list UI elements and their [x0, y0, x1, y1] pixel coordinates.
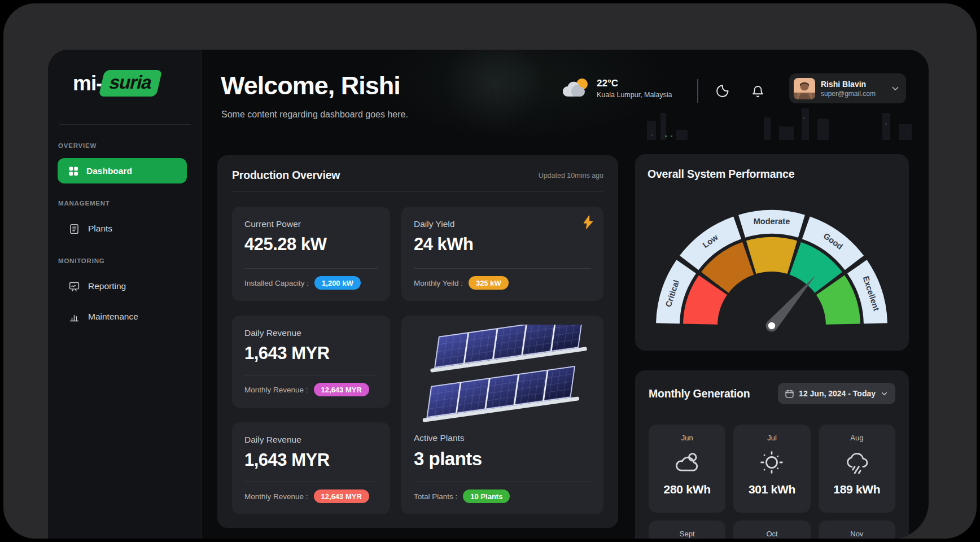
- sidebar-item-plants[interactable]: Plants: [58, 217, 187, 241]
- page-subtitle: Some content regarding dashboard goes he…: [221, 110, 408, 120]
- performance-gauge: CriticalLowModerateGoodExcellent: [648, 191, 896, 336]
- chevron-down-icon: [880, 390, 889, 398]
- stat-label: Daily Yield: [414, 219, 591, 229]
- moon-icon: [715, 84, 730, 98]
- tile-month-label: Sept: [680, 530, 695, 538]
- stat-foot-label: Monthly Revenue :: [244, 386, 308, 394]
- stat-card-current-power: Current Power 425.28 kW Installed Capaci…: [232, 207, 390, 301]
- stat-label: Daily Revenue: [244, 435, 378, 445]
- reporting-icon: [68, 281, 80, 292]
- date-range-picker[interactable]: 12 Jun, 2024 - Today: [778, 383, 895, 404]
- stat-value: 1,643 MYR: [244, 343, 378, 364]
- dashboard-icon: [68, 165, 79, 177]
- sidebar-item-dashboard[interactable]: Dashboard: [58, 158, 187, 183]
- user-profile-menu[interactable]: Rishi Blavin super@gmail.com: [789, 73, 906, 103]
- tile-month-label: Jun: [681, 434, 693, 442]
- production-overview-card: Production Overview Updated 10mins ago C…: [217, 155, 618, 528]
- calendar-icon: [785, 389, 794, 399]
- month-tile-nov: Nov: [819, 521, 895, 539]
- sidebar-item-maintenance[interactable]: Maintenance: [58, 305, 187, 329]
- tile-value: 189 kWh: [833, 483, 880, 496]
- production-title: Production Overview: [232, 169, 340, 182]
- header-divider: [697, 79, 698, 103]
- bell-icon: [751, 84, 765, 98]
- app-window: mi- suria OVERVIEW Dashboard MANAGEMENT …: [48, 50, 929, 539]
- month-tile-aug: Aug 189 kWh: [819, 425, 895, 513]
- solar-panels-image: [410, 325, 588, 430]
- sidebar: mi- suria OVERVIEW Dashboard MANAGEMENT …: [48, 50, 202, 539]
- stat-value: 24 kWh: [414, 234, 591, 255]
- logo-text-suffix: suria: [98, 70, 162, 97]
- lightning-bolt-icon: [581, 215, 596, 230]
- section-label-management: MANAGEMENT: [58, 200, 110, 207]
- tile-value: 301 kWh: [749, 483, 795, 496]
- stat-value: 3 plants: [414, 448, 591, 470]
- sun-icon: [756, 448, 788, 477]
- sidebar-item-label: Maintenance: [88, 312, 138, 322]
- maintenance-bars-icon: [68, 311, 80, 323]
- skyline-decoration: [202, 50, 929, 163]
- stat-card-daily-yield: Daily Yield 24 kWh Monthly Yeild : 325 k…: [401, 207, 603, 301]
- rain-cloud-icon: [841, 448, 873, 477]
- sidebar-item-label: Dashboard: [86, 166, 132, 176]
- stat-label: Active Plants: [414, 433, 591, 443]
- stat-label: Current Power: [244, 219, 378, 229]
- sidebar-divider: [59, 124, 191, 125]
- stat-value: 425.28 kW: [244, 234, 378, 255]
- notifications-button[interactable]: [748, 81, 767, 100]
- cloud-icon: [671, 448, 703, 477]
- section-label-monitoring: MONITORING: [58, 257, 105, 264]
- stat-foot-label: Monthly Yeild :: [414, 279, 463, 287]
- month-tile-jun: Jun 280 kWh: [649, 425, 725, 513]
- month-tile-oct: Oct: [733, 521, 810, 539]
- weather-temp: 22°C: [597, 78, 672, 89]
- stat-card-daily-revenue-1: Daily Revenue 1,643 MYR Monthly Revenue …: [232, 316, 390, 408]
- plants-list-icon: [68, 223, 80, 235]
- updated-timestamp: Updated 10mins ago: [539, 172, 603, 180]
- monthly-title: Monthly Generation: [649, 387, 750, 400]
- system-performance-card: Overall System Performance CriticalLowMo…: [635, 154, 909, 351]
- page-title: Welcome, Rishi: [221, 71, 400, 100]
- stat-label: Daily Revenue: [244, 328, 378, 338]
- weather-location: Kuala Lumpur, Malaysia: [597, 91, 672, 99]
- stat-foot-label: Monthly Revenue :: [244, 492, 308, 501]
- logo-text-prefix: mi-: [73, 72, 103, 95]
- month-tile-jul: Jul 301 kWh: [733, 425, 810, 513]
- weather-widget: 22°C Kuala Lumpur, Malaysia: [561, 76, 672, 100]
- stat-value: 1,643 MYR: [244, 450, 378, 470]
- chevron-down-icon: [890, 84, 900, 94]
- sidebar-item-label: Plants: [88, 224, 112, 234]
- stat-foot-label: Total Plants :: [414, 492, 457, 501]
- stat-card-daily-revenue-2: Daily Revenue 1,643 MYR Monthly Revenue …: [232, 422, 390, 514]
- dark-mode-toggle[interactable]: [713, 81, 732, 100]
- svg-text:Moderate: Moderate: [754, 217, 790, 226]
- tile-month-label: Oct: [766, 530, 777, 538]
- performance-title: Overall System Performance: [648, 168, 896, 181]
- monthly-revenue-badge: 12,643 MYR: [314, 383, 369, 396]
- section-label-overview: OVERVIEW: [58, 142, 97, 149]
- user-name: Rishi Blavin: [821, 80, 876, 89]
- user-email: super@gmail.com: [821, 90, 876, 98]
- weather-cloud-sun-icon: [561, 76, 591, 100]
- stat-card-active-plants: Active Plants 3 plants Total Plants : 10…: [401, 316, 603, 514]
- monthly-generation-card: Monthly Generation 12 Jun, 2024 - Today …: [635, 370, 909, 539]
- sidebar-item-reporting[interactable]: Reporting: [58, 274, 187, 298]
- avatar: [794, 78, 815, 99]
- date-range-label: 12 Jun, 2024 - Today: [799, 389, 876, 398]
- tile-month-label: Aug: [850, 434, 863, 442]
- installed-capacity-badge: 1,200 kW: [314, 276, 361, 290]
- sidebar-item-label: Reporting: [88, 281, 126, 291]
- tile-month-label: Nov: [850, 530, 863, 538]
- tile-month-label: Jul: [767, 434, 777, 442]
- tile-value: 280 kWh: [664, 483, 711, 496]
- monthly-yield-badge: 325 kW: [469, 276, 509, 290]
- month-tile-sept: Sept: [649, 521, 725, 539]
- app-logo: mi- suria: [73, 70, 159, 97]
- monthly-revenue-badge: 12,643 MYR: [314, 489, 369, 503]
- total-plants-badge: 10 Plants: [463, 489, 510, 503]
- stat-foot-label: Installed Capacity :: [244, 279, 309, 287]
